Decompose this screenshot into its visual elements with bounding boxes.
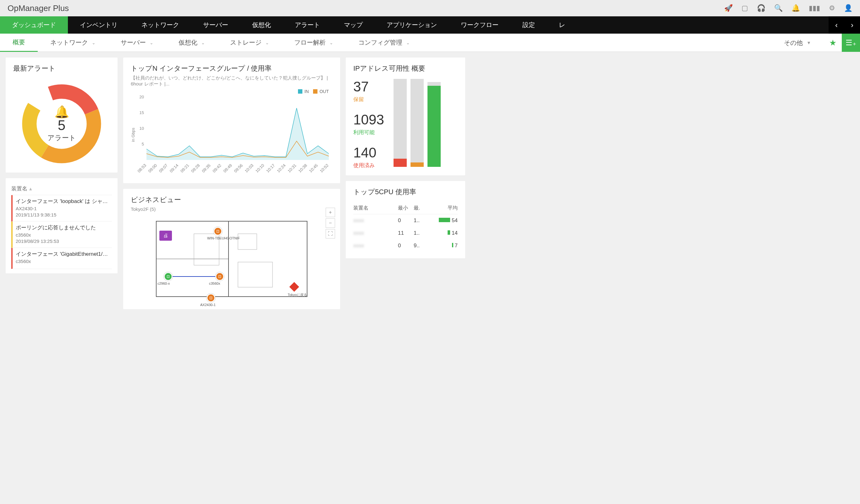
biz-title: ビジネスビュー [131,195,332,204]
subnav-5[interactable]: フロー解析⌄ [282,34,346,52]
alert-row[interactable]: インターフェース 'GigabitEthernet1/0/6-RIC...c35… [11,248,112,269]
user-icon[interactable]: 👤 [844,4,852,12]
device-col-header[interactable]: 装置名 [11,185,27,192]
cpu-row[interactable]: xxxx01.. 54 [353,214,458,227]
cpu-row[interactable]: xxxx111.. 14 [353,227,458,240]
ip-stat[interactable]: 1093利用可能 [353,112,384,136]
back-label[interactable]: Tokyoに戻る [288,292,307,297]
nav-9[interactable]: 設定 [511,16,547,34]
ip-bar[interactable] [428,82,441,167]
search-icon[interactable]: 🔍 [774,4,783,12]
svg-text:10:45: 10:45 [308,163,319,174]
device-node[interactable]: ⊡ [164,272,173,281]
subnav-0[interactable]: 概要 [0,34,38,52]
svg-text:10:17: 10:17 [265,163,276,174]
legend-in: IN [304,89,309,94]
device-node[interactable]: ⊡ [213,227,222,236]
nav-8[interactable]: ワークフロー [449,16,511,34]
alert-row[interactable]: インターフェース 'loopback' は シャットダウ...AX2430-12… [11,195,112,221]
svg-text:10:31: 10:31 [287,163,297,174]
alert-label: アラート [47,133,76,143]
nav-1[interactable]: インベントリ [68,16,129,34]
alert-count: 5 [47,117,76,133]
cpu-col-min[interactable]: 最小 [398,205,414,212]
subnav-6[interactable]: コンフィグ管理⌄ [346,34,422,52]
presentation-icon[interactable]: ▢ [742,4,748,12]
rocket-icon[interactable]: 🚀 [724,4,733,12]
main-nav: ダッシュボードインベントリネットワークサーバー仮想化アラートマップアプリケーショ… [0,16,860,34]
alerts-card: 最新アラート 🔔 5 アラート [6,58,117,173]
svg-text:09:07: 09:07 [158,163,169,174]
device-label: c3560x [209,282,220,285]
svg-text:09:42: 09:42 [212,163,222,174]
cpu-row[interactable]: xxxx09.. 7 [353,240,458,252]
svg-text:09:00: 09:00 [147,163,158,174]
subnav-1[interactable]: ネットワーク⌄ [38,34,108,52]
zoom-in-icon[interactable]: + [326,208,335,217]
svg-text:5: 5 [142,142,144,146]
biz-subtitle: Tokyo2F (5) [131,206,332,212]
nav-10[interactable]: レ [547,16,577,34]
ip-bar[interactable] [393,79,407,167]
bell-icon[interactable]: 🔔 [791,4,800,12]
subnav-3[interactable]: 仮想化⌄ [166,34,217,52]
device-node[interactable]: ⊡ [206,293,215,302]
business-view-card: ビジネスビュー Tokyo2F (5) + − ⛶ 🖨 ⊡WIN-TBEU [123,189,340,309]
svg-text:15: 15 [140,110,144,115]
alert-bell-icon: 🔔 [47,105,76,119]
svg-text:10:10: 10:10 [255,163,265,174]
svg-text:20: 20 [140,95,144,99]
cpu-col-device[interactable]: 装置名 [353,205,398,212]
widgets-icon[interactable]: ▮▮▮ [809,4,820,12]
device-node-purple[interactable]: 🖨 [159,231,172,241]
svg-text:10:38: 10:38 [297,163,308,174]
device-node[interactable]: ⊡ [215,272,224,281]
nav-3[interactable]: サーバー [191,16,240,34]
device-label: c2960-x [157,282,170,285]
traffic-chart[interactable]: 5101520in Gbps08:5309:0009:0709:1409:210… [131,94,332,176]
alert-row[interactable]: ポーリングに応答しませんでしたc3560x2019/08/29 13:25:53 [11,221,112,248]
chart-subtitle: 【社員のだれが、いつ、どれだけ、どこから/どこへ、なにをしていた？犯人捜しグルー… [131,75,332,87]
svg-text:08:53: 08:53 [137,163,147,174]
svg-text:10:03: 10:03 [244,163,255,174]
nav-4[interactable]: 仮想化 [240,16,283,34]
nav-next[interactable]: › [844,16,860,34]
floor-map[interactable]: 🖨 ⊡WIN-TBEUHGOTNIF⊡c2960-x⊡c3560x⊡AX2430… [150,215,313,303]
alerts-donut[interactable]: 🔔 5 アラート [19,81,104,166]
ip-bar[interactable] [411,79,424,167]
subnav-other[interactable]: その他▼ [771,34,823,52]
ip-bar-chart[interactable] [393,79,441,167]
fullscreen-icon[interactable]: ⛶ [326,229,335,239]
ip-availability-card: IPアドレス可用性 概要 37保留1093利用可能140使用済み [346,58,465,175]
favorite-icon[interactable]: ★ [823,34,842,52]
cpu-col-max[interactable]: 最. [414,205,429,212]
nav-0[interactable]: ダッシュボード [0,16,68,34]
chart-title: トップN インターフェースグループ / 使用率 [131,64,332,73]
nav-7[interactable]: アプリケーション [375,16,449,34]
svg-text:09:35: 09:35 [201,163,212,174]
headset-icon[interactable]: 🎧 [757,4,765,12]
svg-text:in Gbps: in Gbps [131,128,135,142]
cpu-col-avg[interactable]: 平均 [429,205,458,212]
alert-list-card: 装置名▴ インターフェース 'loopback' は シャットダウ...AX24… [6,178,117,273]
subnav-2[interactable]: サーバー⌄ [108,34,166,52]
zoom-out-icon[interactable]: − [326,218,335,228]
alerts-title: 最新アラート [13,64,110,73]
sub-nav: 概要ネットワーク⌄サーバー⌄仮想化⌄ストレージ⌄フロー解析⌄コンフィグ管理⌄ そ… [0,34,860,52]
ip-stat[interactable]: 37保留 [353,79,384,103]
legend-out: OUT [319,89,329,94]
ip-stat[interactable]: 140使用済み [353,145,384,169]
cpu-card: トップ5CPU 使用率 装置名 最小 最. 平均 xxxx01.. 54xxxx… [346,181,465,258]
svg-text:09:56: 09:56 [233,163,244,174]
nav-2[interactable]: ネットワーク [129,16,191,34]
device-label: AX2430-1 [200,303,216,307]
ip-title: IPアドレス可用性 概要 [353,64,458,73]
nav-6[interactable]: マップ [332,16,375,34]
nav-prev[interactable]: ‹ [829,16,844,34]
cpu-title: トップ5CPU 使用率 [353,187,458,197]
gear-icon[interactable]: ⚙ [829,4,835,12]
svg-text:09:28: 09:28 [190,163,201,174]
subnav-4[interactable]: ストレージ⌄ [217,34,282,52]
add-widget-icon[interactable]: ☰₊ [842,34,860,52]
nav-5[interactable]: アラート [283,16,332,34]
